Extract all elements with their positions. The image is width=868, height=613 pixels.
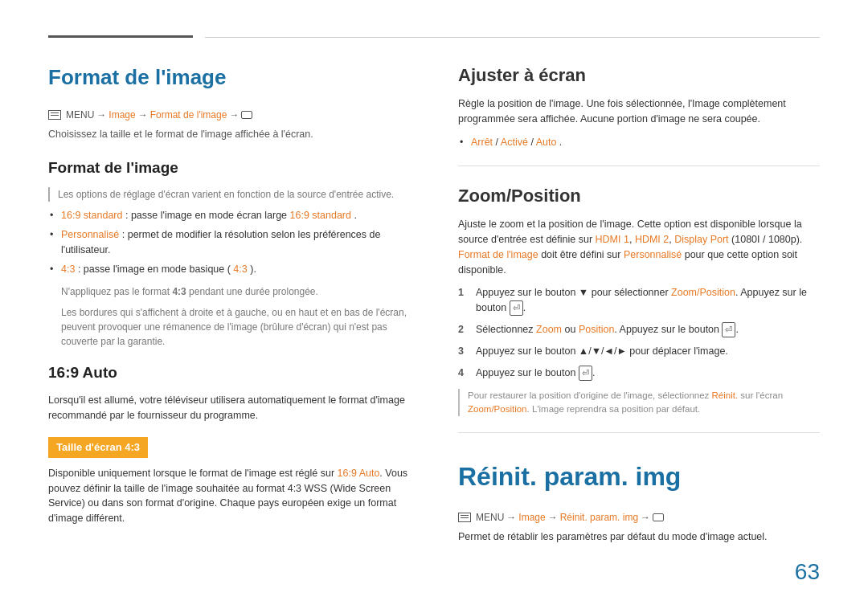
period: . — [559, 137, 562, 148]
menu-prefix: MENU — [66, 108, 94, 122]
two-column-layout: Format de l'image MENU → Image → Format … — [48, 62, 820, 553]
text-169-end: . — [354, 210, 356, 221]
link-hdmi2: HDMI 2 — [635, 234, 669, 245]
menu-item-image: Image — [108, 108, 135, 122]
enter-icon-2 — [653, 513, 664, 521]
step-2: 2 Sélectionnez Zoom ou Position. Appuyez… — [458, 322, 820, 337]
text-43-end: ). — [250, 264, 256, 275]
main-title: Format de l'image — [48, 62, 410, 93]
menu-icon — [48, 110, 61, 120]
link-personnalise: Personnalisé — [61, 229, 119, 240]
num-4: 4 — [458, 366, 464, 381]
menu-item-reinit: Réinit. param. img — [560, 510, 638, 525]
text-43: : passe l'image en mode basique ( — [78, 264, 231, 275]
top-rule — [48, 32, 820, 38]
divider-1 — [458, 166, 820, 166]
right-column: Ajuster à écran Règle la position de l'i… — [458, 62, 820, 553]
zoom-note: Pour restaurer la position d'origine de … — [458, 389, 820, 417]
rule-left — [48, 35, 193, 38]
zoom-body: Ajuste le zoom et la position de l'image… — [458, 217, 820, 277]
link-169-standard-2: 16:9 standard — [290, 210, 351, 221]
bullet-list-1: 16:9 standard : passe l'image en mode éc… — [48, 208, 410, 276]
menu-icon-2 — [458, 513, 471, 522]
link-personnalise2: Personnalisé — [624, 249, 682, 260]
enter-btn-2: ⏎ — [722, 322, 735, 337]
page: Format de l'image MENU → Image → Format … — [0, 0, 868, 613]
arrow-1: → — [96, 108, 106, 122]
arrow-4: → — [506, 510, 516, 525]
sub-section-2-title: 16:9 Auto — [48, 362, 410, 385]
ajuster-body: Règle la position de l'image. Une fois s… — [458, 96, 820, 127]
link-position: Position — [579, 324, 614, 335]
step-4: 4 Appuyez sur le bouton ⏎. — [458, 366, 820, 381]
highlight-box-label: Taille d'écran 4:3 — [56, 441, 140, 453]
link-43-2: 4:3 — [233, 264, 247, 275]
link-169-standard: 16:9 standard — [61, 210, 122, 221]
list-item-43: 4:3 : passe l'image en mode basique ( 4:… — [48, 262, 410, 277]
step-1: 1 Appuyez sur le bouton ▼ pour sélection… — [458, 285, 820, 316]
link-169-auto: 16:9 Auto — [338, 468, 380, 479]
sub-section-1-title: Format de l'image — [48, 157, 410, 180]
zoom-title: Zoom/Position — [458, 182, 820, 209]
text-169: : passe l'image en mode écran large — [125, 210, 290, 221]
num-2: 2 — [458, 322, 464, 337]
page-number: 63 — [795, 555, 820, 589]
link-zoom: Zoom — [536, 324, 562, 335]
link-displayport: Display Port — [674, 234, 728, 245]
divider-2 — [458, 432, 820, 433]
list-item-personnalise: Personnalisé : permet de modifier la rés… — [48, 227, 410, 258]
ajuster-bullets: Arrêt / Activé / Auto . — [458, 135, 820, 150]
step-3: 3 Appuyez sur le bouton ▲/▼/◄/► pour dép… — [458, 344, 820, 359]
num-1: 1 — [458, 285, 464, 300]
menu-item-image-2: Image — [518, 510, 545, 525]
reinit-body: Permet de rétablir les paramètres par dé… — [458, 529, 820, 545]
enter-icon-1 — [241, 111, 252, 119]
link-format-image: Format de l'image — [458, 249, 538, 260]
ajuster-bullet-1: Arrêt / Activé / Auto . — [458, 135, 820, 150]
note-text-1: Les options de réglage d'écran varient e… — [58, 189, 394, 200]
note-line-1: Les options de réglage d'écran varient e… — [48, 187, 410, 202]
list-item-169: 16:9 standard : passe l'image en mode éc… — [48, 208, 410, 223]
num-3: 3 — [458, 344, 464, 359]
link-arret: Arrêt — [471, 137, 493, 148]
left-column: Format de l'image MENU → Image → Format … — [48, 62, 410, 553]
arrow-6: → — [641, 510, 650, 525]
link-auto: Auto — [536, 137, 557, 148]
rule-right — [205, 37, 820, 38]
note-italic-2: Les bordures qui s'affichent à droite et… — [61, 305, 410, 349]
link-zoom-position-2: Zoom/Position — [468, 404, 527, 414]
arrow-2: → — [138, 108, 148, 122]
link-active: Activé — [501, 137, 528, 148]
menu-prefix-2: MENU — [476, 510, 504, 525]
enter-btn-3: ⏎ — [579, 366, 592, 381]
highlight-box: Taille d'écran 4:3 — [48, 437, 148, 458]
reinit-title: Réinit. param. img — [458, 457, 820, 496]
ajuster-title: Ajuster à écran — [458, 62, 820, 88]
menu-path-1: MENU → Image → Format de l'image → — [48, 108, 410, 122]
format-desc: Choisissez la taille et le format de l'i… — [48, 127, 410, 142]
link-zoom-position: Zoom/Position — [671, 287, 735, 298]
sub-section-2-body: Lorsqu'il est allumé, votre téléviseur u… — [48, 393, 410, 423]
zoom-steps: 1 Appuyez sur le bouton ▼ pour sélection… — [458, 285, 820, 380]
enter-btn-1: ⏎ — [510, 300, 523, 316]
link-hdmi1: HDMI 1 — [596, 234, 629, 245]
arrow-5: → — [548, 510, 558, 525]
arrow-3: → — [229, 108, 239, 122]
menu-item-format: Format de l'image — [150, 108, 227, 122]
note-italic-1: N'appliquez pas le format 4:3 pendant un… — [61, 284, 410, 299]
highlight-body: Disponible uniquement lorsque le format … — [48, 466, 410, 526]
link-43: 4:3 — [61, 264, 75, 275]
menu-path-2: MENU → Image → Réinit. param. img → — [458, 510, 820, 525]
link-reinit: Réinit. — [712, 390, 739, 400]
